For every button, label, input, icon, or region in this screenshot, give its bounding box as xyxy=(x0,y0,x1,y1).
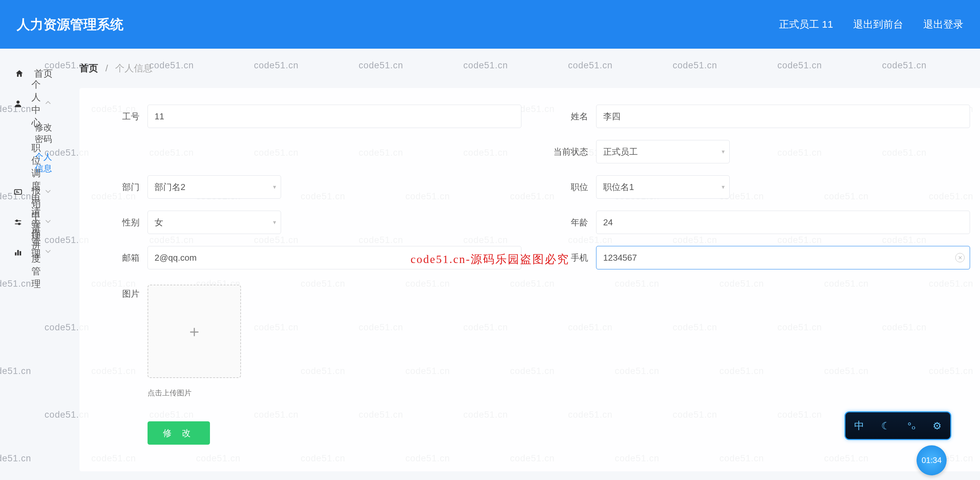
gender-value: 女 xyxy=(154,217,163,228)
clock-badge[interactable]: 01:34 xyxy=(916,445,947,475)
phone-label: 手机 xyxy=(548,252,588,264)
age-label: 年龄 xyxy=(548,217,588,228)
sidebar-item-label: 工作进度管理 xyxy=(31,214,43,290)
email-label: 邮箱 xyxy=(99,252,140,264)
name-label: 姓名 xyxy=(548,111,588,122)
sidebar: 首页 个人中心 修改密码 个人信息 职位调度申请管理 xyxy=(0,49,66,480)
sidebar-item-progress[interactable]: 工作进度管理 xyxy=(0,237,66,267)
gear-icon[interactable]: ⚙ xyxy=(932,420,942,432)
email-input[interactable] xyxy=(148,246,521,269)
status-label: 当前状态 xyxy=(548,146,588,158)
ime-lang[interactable]: 中 xyxy=(854,419,864,432)
breadcrumb-home[interactable]: 首页 xyxy=(80,63,98,73)
position-label: 职位 xyxy=(548,181,588,193)
image-uploader[interactable]: ＋ xyxy=(148,285,241,378)
chevron-down-icon: ▾ xyxy=(722,148,725,155)
name-input[interactable] xyxy=(596,105,970,128)
status-value: 正式员工 xyxy=(603,146,638,158)
svg-point-6 xyxy=(16,220,18,222)
logout-link[interactable]: 退出登录 xyxy=(923,17,963,31)
plus-icon: ＋ xyxy=(186,321,202,342)
status-select[interactable]: 正式员工 ▾ xyxy=(596,140,730,163)
position-select[interactable]: 职位名1 ▾ xyxy=(596,175,730,199)
position-value: 职位名1 xyxy=(603,181,634,193)
clock-time: 01:34 xyxy=(921,456,942,465)
sidebar-item-personal[interactable]: 个人中心 xyxy=(0,89,66,119)
dept-value: 部门名2 xyxy=(154,181,185,193)
svg-rect-10 xyxy=(20,251,21,256)
current-user-label[interactable]: 正式员工 11 xyxy=(779,17,833,31)
svg-rect-1 xyxy=(15,190,22,194)
chevron-down-icon: ▾ xyxy=(273,219,276,226)
breadcrumb-sep: / xyxy=(105,63,108,73)
moon-icon[interactable]: ☾ xyxy=(881,420,890,432)
logout-to-front-link[interactable]: 退出到前台 xyxy=(853,17,903,31)
id-input[interactable] xyxy=(148,105,521,128)
chevron-up-icon xyxy=(43,98,53,110)
phone-input[interactable] xyxy=(596,246,970,269)
upload-hint: 点击上传图片 xyxy=(148,388,241,398)
dept-select[interactable]: 部门名2 ▾ xyxy=(148,175,281,199)
svg-point-7 xyxy=(18,223,20,225)
app-title: 人力资源管理系统 xyxy=(17,15,124,34)
home-icon xyxy=(13,69,25,78)
main-content: 首页 / 个人信息 工号 姓名 xyxy=(66,49,980,480)
chevron-down-icon: ▾ xyxy=(722,183,725,191)
sliders-icon xyxy=(13,218,23,227)
app-header: 人力资源管理系统 正式员工 11 退出到前台 退出登录 xyxy=(0,0,980,49)
image-label: 图片 xyxy=(99,285,140,299)
svg-point-0 xyxy=(16,101,19,104)
sparkle-icon[interactable]: °ₒ xyxy=(908,420,916,432)
submit-button[interactable]: 修 改 xyxy=(148,421,210,445)
chevron-down-icon xyxy=(43,217,53,228)
bars-icon xyxy=(13,248,23,257)
svg-rect-8 xyxy=(15,252,17,255)
id-label: 工号 xyxy=(99,111,140,122)
dept-label: 部门 xyxy=(99,181,140,193)
user-icon xyxy=(13,99,23,108)
age-input[interactable] xyxy=(596,211,970,234)
svg-rect-9 xyxy=(18,250,19,255)
gender-label: 性别 xyxy=(99,217,140,228)
clear-icon[interactable]: ✕ xyxy=(955,253,965,262)
chevron-down-icon: ▾ xyxy=(273,183,276,191)
breadcrumb-current: 个人信息 xyxy=(115,63,153,73)
ime-toolbar[interactable]: 中 ☾ °ₒ ⚙ xyxy=(845,411,951,440)
gender-select[interactable]: 女 ▾ xyxy=(148,211,281,234)
chevron-down-icon xyxy=(43,187,53,198)
chat-icon xyxy=(13,188,23,197)
breadcrumb: 首页 / 个人信息 xyxy=(80,62,980,74)
chevron-down-icon xyxy=(43,247,53,258)
